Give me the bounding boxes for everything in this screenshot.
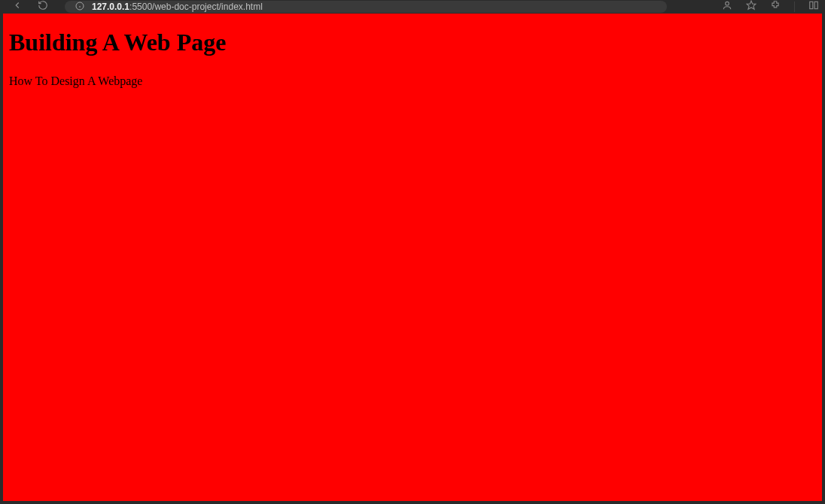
address-bar[interactable]: 127.0.0.1:5500/web-doc-project/index.htm… bbox=[65, 1, 667, 13]
nav-controls bbox=[3, 0, 48, 14]
url-text: 127.0.0.1:5500/web-doc-project/index.htm… bbox=[92, 2, 263, 12]
svg-marker-4 bbox=[747, 1, 756, 9]
page-title: Building A Web Page bbox=[9, 29, 816, 56]
toolbar-right-icons bbox=[722, 0, 819, 14]
split-screen-icon[interactable] bbox=[808, 0, 819, 14]
page-paragraph: How To Design A Webpage bbox=[9, 74, 816, 88]
extensions-icon[interactable] bbox=[770, 0, 781, 14]
svg-rect-5 bbox=[810, 2, 813, 8]
profile-icon[interactable] bbox=[722, 0, 732, 14]
page-viewport: Building A Web Page How To Design A Webp… bbox=[3, 14, 822, 501]
url-path: :5500/web-doc-project/index.html bbox=[129, 2, 263, 12]
back-icon[interactable] bbox=[12, 0, 23, 14]
browser-toolbar: 127.0.0.1:5500/web-doc-project/index.htm… bbox=[0, 0, 825, 14]
refresh-icon[interactable] bbox=[38, 0, 48, 14]
url-host: 127.0.0.1 bbox=[92, 2, 129, 12]
svg-rect-6 bbox=[814, 2, 817, 8]
svg-point-3 bbox=[726, 2, 729, 5]
toolbar-separator bbox=[794, 2, 795, 12]
favorite-icon[interactable] bbox=[746, 0, 757, 14]
site-info-icon[interactable] bbox=[75, 1, 84, 13]
